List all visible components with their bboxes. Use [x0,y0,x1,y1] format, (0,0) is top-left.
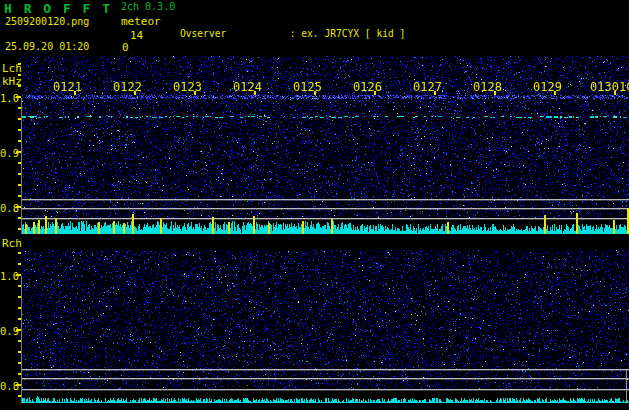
y-minor-tick [18,85,21,87]
time-tick [74,91,76,95]
time-label-0126: 0126 [353,80,382,94]
rch-spectrogram [22,250,629,403]
rch-axis-label: Rch [2,237,22,250]
time-label-0125: 0125 [293,80,322,94]
y-major-tick [16,329,21,331]
time-label-0129: 0129 [533,80,562,94]
y-minor-tick [18,228,21,230]
lch-axis-line [21,98,22,234]
y-minor-tick [18,162,21,164]
time-tick [434,91,436,95]
y-minor-tick [18,129,21,131]
observer-line: Ovserver : ex. JR7CYX [ kid ] [180,27,619,40]
meteor-count: 14 [130,29,143,42]
y-minor-tick [18,351,21,353]
datetime-label: 25.09.20 01:20 [5,41,89,53]
time-label-0122: 0122 [113,80,142,94]
y-minor-tick [18,140,21,142]
time-label-0123: 0123 [173,80,202,94]
y-minor-tick [18,118,21,120]
y-minor-tick [18,74,21,76]
y-minor-tick [18,340,21,342]
y-minor-tick [18,285,21,287]
y-minor-tick [18,252,21,254]
y-major-tick [16,151,21,153]
y-minor-tick [18,373,21,375]
y-minor-tick [18,307,21,309]
time-label-0128: 0128 [473,80,502,94]
time-label-0124: 0124 [233,80,262,94]
y-minor-tick [18,263,21,265]
time-tick [194,91,196,95]
time-label-0127: 0127 [413,80,442,94]
y-minor-tick [18,318,21,320]
rch-axis-line [21,276,22,403]
y-minor-tick [18,173,21,175]
mode-label: meteor [121,15,161,28]
secondary-count: 0 [122,41,129,54]
rch-ytick-0.9: 0.9 [0,325,16,337]
y-minor-tick [18,195,21,197]
y-minor-tick [18,217,21,219]
y-major-tick [16,96,21,98]
y-minor-tick [18,362,21,364]
time-tick [254,91,256,95]
filename-label: 2509200120.png [5,16,89,28]
time-tick [554,91,556,95]
lch-ytick-1.0: 1.0 [0,92,16,104]
y-minor-tick [18,296,21,298]
time-tick [134,91,136,95]
lch-ytick-0.8: 0.8 [0,202,16,214]
time-tick [614,91,616,95]
app-title: H R O F F T [4,1,112,16]
y-major-tick [16,384,21,386]
y-major-tick [16,274,21,276]
rch-ytick-1.0: 1.0 [0,270,16,282]
time-label-partial: 10 [619,80,629,94]
time-tick [494,91,496,95]
lch-ytick-0.9: 0.9 [0,147,16,159]
y-minor-tick [18,107,21,109]
y-major-tick [16,206,21,208]
version-label: 2ch 0.3.0 [121,1,175,13]
hrofft-screen: H R O F F T 2ch 0.3.0 2509200120.png met… [0,0,629,410]
y-minor-tick [18,395,21,397]
y-minor-tick [18,63,21,65]
time-tick [314,91,316,95]
time-tick [374,91,376,95]
time-label-0121: 0121 [53,80,82,94]
rch-ytick-0.8: 0.8 [0,380,16,392]
y-minor-tick [18,184,21,186]
